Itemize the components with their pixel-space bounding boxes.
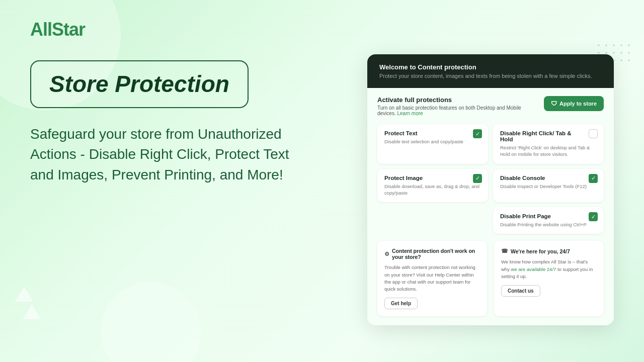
get-help-button[interactable]: Get help <box>384 298 418 309</box>
protect-text-checkbox[interactable]: ✓ <box>473 129 482 138</box>
support-card: ☎ We're here for you, 24/7 We know how c… <box>494 241 604 316</box>
panel-header: Welcome to Content protection Protect yo… <box>367 54 614 88</box>
svg-point-2 <box>613 44 615 46</box>
svg-point-11 <box>620 52 622 54</box>
support-card-header: ☎ We're here for you, 24/7 <box>501 248 597 254</box>
svg-point-14 <box>628 59 630 61</box>
protect-text-title: Protect Text <box>384 130 481 136</box>
subtitle-text: Safeguard your store from Unauthorized A… <box>30 124 292 186</box>
help-card-header: ⚙ Content protection don't work on your … <box>384 248 480 260</box>
panel-header-subtitle: Protect your store content, images and t… <box>379 73 602 79</box>
activate-section: Activate full protections Turn on all ba… <box>367 88 614 121</box>
logo-text: AllStar <box>30 19 85 40</box>
availability-link[interactable]: we are available 24/7 <box>511 266 556 272</box>
title-box: Store Protection <box>30 60 249 108</box>
svg-point-4 <box>605 52 607 54</box>
protect-image-title: Protect Image <box>384 175 481 181</box>
warning-icon: ⚙ <box>384 251 389 257</box>
svg-point-13 <box>620 59 622 61</box>
svg-point-5 <box>613 52 615 54</box>
svg-point-9 <box>620 44 622 46</box>
page-title: Store Protection <box>49 71 229 97</box>
left-content: Store Protection Safeguard your store fr… <box>30 60 292 185</box>
support-card-title: We're here for you, 24/7 <box>511 248 570 254</box>
svg-point-0 <box>598 44 600 46</box>
help-card-text: Trouble with content protection not work… <box>384 264 480 293</box>
svg-point-3 <box>598 52 600 54</box>
activate-text: Activate full protections Turn on all ba… <box>377 96 538 116</box>
svg-point-12 <box>628 52 630 54</box>
apply-to-store-button[interactable]: 🛡 Apply to store <box>544 96 604 111</box>
disable-print-desc: Disable Printing the website using Ctrl+… <box>500 221 597 228</box>
disable-console-title: Disable Console <box>500 175 597 181</box>
disable-print-checkbox[interactable]: ✓ <box>589 212 598 221</box>
shield-icon: 🛡 <box>551 100 557 107</box>
protect-text-card[interactable]: Protect Text Disable text selection and … <box>377 124 488 164</box>
panel-header-title: Welcome to Content protection <box>379 63 602 71</box>
disable-print-title: Disable Print Page <box>500 213 597 219</box>
learn-more-link[interactable]: Learn more <box>397 111 423 116</box>
protect-text-desc: Disable text selection and copy/paste <box>384 138 481 145</box>
help-card: ⚙ Content protection don't work on your … <box>377 241 487 316</box>
activate-title: Activate full protections <box>377 96 538 104</box>
activate-desc: Turn on all basic protection features on… <box>377 105 538 116</box>
disable-right-click-card[interactable]: Disable Right Click/ Tab & Hold Restrict… <box>493 124 604 164</box>
help-card-title: Content protection don't work on your st… <box>392 248 480 260</box>
protect-image-desc: Disable download, save as, drag & drop, … <box>384 183 481 197</box>
disable-console-card[interactable]: Disable Console Disable Inspect or Devel… <box>493 169 604 203</box>
protect-image-checkbox[interactable]: ✓ <box>473 174 482 183</box>
bottom-info-section: ⚙ Content protection don't work on your … <box>367 241 614 325</box>
contact-us-button[interactable]: Contact us <box>501 285 540 297</box>
content-panel: Welcome to Content protection Protect yo… <box>367 54 614 325</box>
support-card-text: We know how complex All Star is – that's… <box>501 258 597 280</box>
svg-point-1 <box>605 44 607 46</box>
disable-console-desc: Disable Inspect or Developer Tools (F12) <box>500 183 597 190</box>
support-icon: ☎ <box>501 248 508 254</box>
protection-cards-grid: Protect Text Disable text selection and … <box>367 121 614 241</box>
svg-point-10 <box>628 44 630 46</box>
disable-right-click-checkbox[interactable] <box>589 129 598 138</box>
disable-right-click-title: Disable Right Click/ Tab & Hold <box>500 130 597 142</box>
logo: AllStar <box>30 19 85 40</box>
disable-print-card[interactable]: Disable Print Page Disable Printing the … <box>493 207 604 234</box>
disable-console-checkbox[interactable]: ✓ <box>589 174 598 183</box>
disable-right-click-desc: Restrict 'Right Click' on desktop and Ta… <box>500 144 597 158</box>
protect-image-card[interactable]: Protect Image Disable download, save as,… <box>377 169 488 203</box>
